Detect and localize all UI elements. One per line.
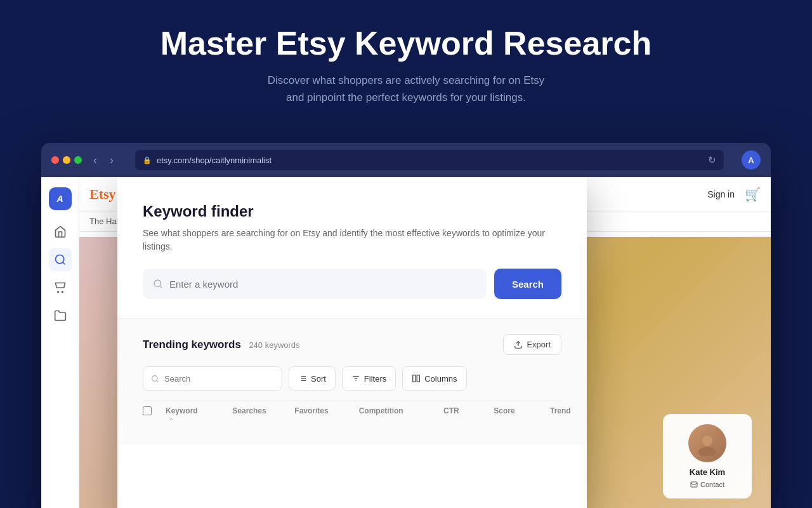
keyword-input[interactable] xyxy=(169,279,476,290)
svg-rect-16 xyxy=(413,375,416,382)
trending-header: Trending keywords 240 keywords Export xyxy=(143,334,561,355)
sidebar-item-shop[interactable] xyxy=(49,276,72,299)
svg-rect-17 xyxy=(417,375,419,382)
url-text: etsy.com/shop/caitlynminimalist xyxy=(157,156,272,165)
contact-icon xyxy=(690,481,698,488)
sidebar-item-search[interactable] xyxy=(49,248,72,271)
svg-line-1 xyxy=(62,262,65,265)
sort-button[interactable]: Sort xyxy=(289,366,336,391)
reload-button[interactable]: ↻ xyxy=(708,154,716,166)
table-search-wrap[interactable] xyxy=(143,366,282,391)
modal-description: See what shoppers are searching for on E… xyxy=(143,227,561,253)
svg-line-6 xyxy=(157,380,158,382)
etsy-main: Etsy 🔍 Search for anything Sign in 🛒 The… xyxy=(79,177,771,508)
trending-title: Trending keywords xyxy=(143,338,241,351)
hero-section: Master Etsy Keyword Research Discover wh… xyxy=(0,0,812,126)
col-checkbox[interactable] xyxy=(143,406,160,424)
address-bar[interactable]: 🔒 etsy.com/shop/caitlynminimalist ↻ xyxy=(135,150,724,170)
trending-section: Trending keywords 240 keywords Export xyxy=(117,318,587,444)
sidebar-item-home[interactable] xyxy=(49,220,72,243)
svg-line-3 xyxy=(160,286,162,288)
table-controls: Sort Filters xyxy=(143,366,561,391)
table-header: Keyword Searches Favorites Competition C… xyxy=(143,401,561,429)
browser-nav: ‹ › xyxy=(89,151,117,170)
export-icon xyxy=(514,340,523,349)
keyword-search-row: Search xyxy=(143,269,561,299)
browser-chrome: ‹ › 🔒 etsy.com/shop/caitlynminimalist ↻ … xyxy=(41,143,771,177)
sidebar-logo[interactable]: A xyxy=(49,187,72,210)
col-competition: Competition xyxy=(334,406,403,424)
svg-point-18 xyxy=(702,436,712,446)
svg-point-19 xyxy=(698,447,716,456)
export-button[interactable]: Export xyxy=(503,334,561,355)
hero-title: Master Etsy Keyword Research xyxy=(13,25,799,62)
dot-yellow[interactable] xyxy=(63,156,70,164)
forward-button[interactable]: › xyxy=(106,151,117,170)
hero-subtitle: Discover what shoppers are actively sear… xyxy=(13,72,799,106)
kate-name: Kate Kim xyxy=(673,467,742,477)
svg-point-5 xyxy=(152,375,158,381)
browser-window: ‹ › 🔒 etsy.com/shop/caitlynminimalist ↻ … xyxy=(41,143,771,508)
dot-red[interactable] xyxy=(51,156,59,164)
lock-icon: 🔒 xyxy=(143,156,152,164)
sidebar-item-folder[interactable] xyxy=(49,304,72,327)
col-trend: Trend xyxy=(520,406,571,424)
svg-point-2 xyxy=(154,280,161,287)
columns-icon xyxy=(412,374,421,383)
keyword-finder-modal: Keyword finder See what shoppers are sea… xyxy=(117,177,587,508)
back-button[interactable]: ‹ xyxy=(89,151,101,170)
etsy-logo: Etsy xyxy=(89,186,116,203)
browser-dots xyxy=(51,156,82,164)
kate-contact[interactable]: Contact xyxy=(673,481,742,488)
table-search-icon xyxy=(151,375,159,383)
svg-point-0 xyxy=(55,255,63,264)
trending-title-group: Trending keywords 240 keywords xyxy=(143,338,300,351)
kate-avatar-image xyxy=(695,431,720,456)
col-score: Score xyxy=(464,406,515,424)
right-panel: Kate Kim Contact xyxy=(644,177,771,508)
etsy-page: A xyxy=(41,177,771,508)
col-keyword: Keyword xyxy=(166,406,198,424)
browser-avatar[interactable]: A xyxy=(742,150,761,170)
modal-title: Keyword finder xyxy=(143,203,561,220)
trending-count: 240 keywords xyxy=(249,340,299,350)
filter-icon xyxy=(351,374,360,383)
sidebar: A xyxy=(41,177,79,508)
filters-button[interactable]: Filters xyxy=(342,366,396,391)
kate-avatar xyxy=(688,424,726,462)
col-ctr: CTR xyxy=(409,406,459,424)
kate-card: Kate Kim Contact xyxy=(663,414,752,498)
sort-asc-icon xyxy=(168,416,174,422)
col-favorites: Favorites xyxy=(272,406,329,424)
col-searches: Searches xyxy=(203,406,266,424)
logo-letter: A xyxy=(56,194,63,204)
table-search-input[interactable] xyxy=(164,374,274,384)
modal-top-section: Keyword finder See what shoppers are sea… xyxy=(117,177,587,318)
columns-button[interactable]: Columns xyxy=(402,366,466,391)
dot-green[interactable] xyxy=(74,156,82,164)
keyword-search-icon xyxy=(153,279,163,289)
keyword-input-wrap xyxy=(143,269,487,299)
sort-icon xyxy=(298,374,307,383)
keyword-search-button[interactable]: Search xyxy=(494,269,561,299)
